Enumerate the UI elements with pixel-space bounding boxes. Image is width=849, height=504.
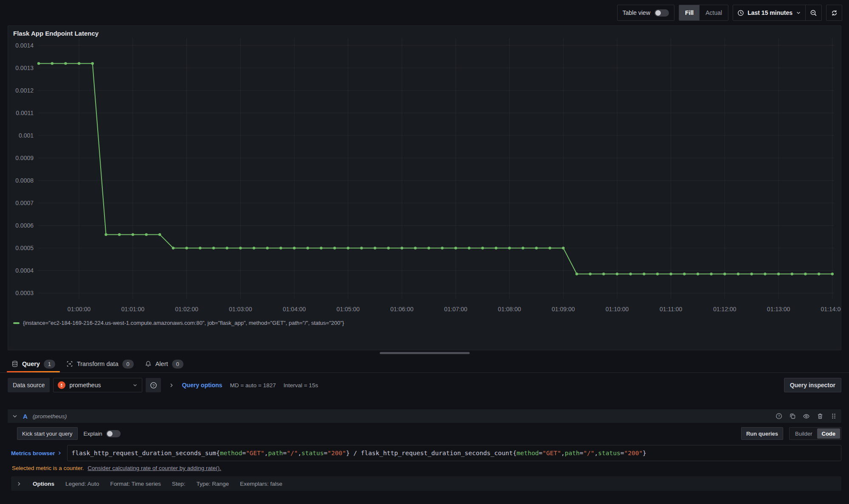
explain-toggle[interactable] <box>106 430 121 437</box>
query-editor-body: Kick start your query Explain Run querie… <box>0 423 849 491</box>
panel-editor-toolbar: Table view Fill Actual Last 15 minutes <box>0 0 849 25</box>
svg-text:?: ? <box>152 383 155 387</box>
query-options-bar[interactable]: Options Legend: Auto Format: Time series… <box>11 476 841 491</box>
tab-alert[interactable]: Alert 0 <box>139 355 189 372</box>
run-queries-button[interactable]: Run queries <box>741 427 783 440</box>
query-row-header[interactable]: A (prometheus) ? <box>8 409 841 423</box>
counter-warning: Selected metric is a counter. Consider c… <box>12 465 841 471</box>
svg-text:0.0013: 0.0013 <box>15 65 34 71</box>
toggle-visibility-button[interactable] <box>803 413 810 420</box>
svg-text:01:09:00: 01:09:00 <box>552 306 575 313</box>
tab-label: Alert <box>155 360 168 367</box>
latency-line-chart[interactable]: 0.00140.00130.00120.00110.0010.00090.000… <box>8 38 841 318</box>
query-ref-id[interactable]: A <box>23 413 28 420</box>
svg-text:0.001: 0.001 <box>19 132 34 139</box>
query-options-summary: Query options MD = auto = 1827 Interval … <box>169 382 318 389</box>
option-type: Type: Range <box>196 481 229 487</box>
query-row-actions: ? <box>776 413 837 420</box>
svg-text:0.0005: 0.0005 <box>15 245 34 251</box>
query-count-badge: 1 <box>44 360 55 369</box>
svg-text:0.0014: 0.0014 <box>15 42 34 49</box>
legend-series-marker <box>13 322 20 324</box>
table-view-control: Table view <box>617 5 674 21</box>
options-label: Options <box>33 481 54 487</box>
svg-text:?: ? <box>778 414 780 418</box>
query-inspector-button[interactable]: Query inspector <box>784 378 841 392</box>
svg-text:0.0012: 0.0012 <box>15 87 34 94</box>
duplicate-icon <box>789 413 796 420</box>
query-help-button[interactable]: ? <box>776 413 782 420</box>
kick-start-query-button[interactable]: Kick start your query <box>17 427 78 440</box>
tab-transform-data[interactable]: Transform data 0 <box>61 355 139 372</box>
transform-count-badge: 0 <box>122 360 134 369</box>
svg-text:01:05:00: 01:05:00 <box>336 306 360 313</box>
builder-option[interactable]: Builder <box>790 428 817 439</box>
drag-query-handle[interactable] <box>830 413 837 420</box>
chevron-down-icon <box>133 383 138 388</box>
svg-text:01:02:00: 01:02:00 <box>175 306 198 313</box>
query-datasource-hint: (prometheus) <box>33 413 67 420</box>
svg-text:0.0004: 0.0004 <box>15 267 34 274</box>
actual-option[interactable]: Actual <box>700 5 728 20</box>
tab-query[interactable]: Query 1 <box>6 355 61 372</box>
svg-text:0.0009: 0.0009 <box>15 155 34 161</box>
interval-text: Interval = 15s <box>283 382 318 389</box>
explain-label: Explain <box>84 431 102 437</box>
metrics-browser-button[interactable]: Metrics browser <box>11 450 62 456</box>
option-format: Format: Time series <box>110 481 161 487</box>
svg-text:0.0007: 0.0007 <box>15 200 34 206</box>
panel-title: Flask App Endpoint Latency <box>8 26 841 38</box>
svg-text:01:11:00: 01:11:00 <box>660 306 683 313</box>
promql-query-input[interactable]: flask_http_request_duration_seconds_sum{… <box>67 445 841 461</box>
chevron-down-icon <box>796 10 801 15</box>
delete-query-button[interactable] <box>817 413 824 420</box>
option-step: Step: <box>172 481 186 487</box>
chart-legend: {instance="ec2-184-169-216-224.us-west-1… <box>8 318 841 328</box>
svg-text:01:00:00: 01:00:00 <box>68 306 91 313</box>
transform-icon <box>66 360 73 367</box>
svg-text:0.0006: 0.0006 <box>15 222 34 229</box>
add-rate-hint-link[interactable]: Consider calculating rate of counter by … <box>87 465 221 471</box>
option-exemplars: Exemplars: false <box>240 481 282 487</box>
resize-drag-handle[interactable] <box>380 352 470 354</box>
help-icon: ? <box>150 382 157 389</box>
table-view-toggle[interactable] <box>654 9 669 17</box>
timeseries-panel: Flask App Endpoint Latency 0.00140.00130… <box>8 25 841 350</box>
warning-text: Selected metric is a counter. <box>12 465 84 471</box>
svg-text:01:04:00: 01:04:00 <box>283 306 306 313</box>
max-datapoints-text: MD = auto = 1827 <box>230 382 276 389</box>
fill-actual-switch: Fill Actual <box>679 5 728 21</box>
datasource-picker[interactable]: prometheus <box>53 378 142 392</box>
svg-text:01:06:00: 01:06:00 <box>390 306 414 313</box>
chevron-right-icon <box>57 451 62 456</box>
query-options-link[interactable]: Query options <box>182 382 222 389</box>
collapse-chevron-icon[interactable] <box>12 413 18 419</box>
duplicate-query-button[interactable] <box>789 413 796 420</box>
alert-count-badge: 0 <box>172 360 183 369</box>
explain-control: Explain <box>84 430 121 437</box>
tab-label: Transform data <box>77 360 118 367</box>
metrics-browser-label: Metrics browser <box>11 450 55 456</box>
panel-resize-area <box>0 350 849 355</box>
refresh-button[interactable] <box>826 5 842 21</box>
datasource-help-button[interactable]: ? <box>146 378 161 392</box>
svg-text:01:10:00: 01:10:00 <box>606 306 629 313</box>
zoom-out-button[interactable] <box>805 5 821 20</box>
grafana-panel-editor: Table view Fill Actual Last 15 minutes <box>0 0 849 504</box>
code-option[interactable]: Code <box>817 428 841 439</box>
chevron-right-icon[interactable] <box>16 481 22 487</box>
legend-series-label[interactable]: {instance="ec2-184-169-216-224.us-west-1… <box>23 320 344 326</box>
eye-icon <box>803 413 810 420</box>
svg-text:01:03:00: 01:03:00 <box>229 306 252 313</box>
time-range-picker[interactable]: Last 15 minutes <box>733 5 805 20</box>
drag-handle-icon <box>830 413 837 420</box>
svg-text:0.0003: 0.0003 <box>15 290 34 296</box>
svg-text:0.0011: 0.0011 <box>16 110 34 116</box>
svg-text:01:13:00: 01:13:00 <box>767 306 790 313</box>
help-icon: ? <box>776 413 782 420</box>
fill-option[interactable]: Fill <box>679 5 700 20</box>
time-controls: Last 15 minutes <box>733 5 822 21</box>
toggle-knob <box>655 10 661 16</box>
svg-text:01:07:00: 01:07:00 <box>444 306 468 313</box>
clock-icon <box>737 9 744 16</box>
